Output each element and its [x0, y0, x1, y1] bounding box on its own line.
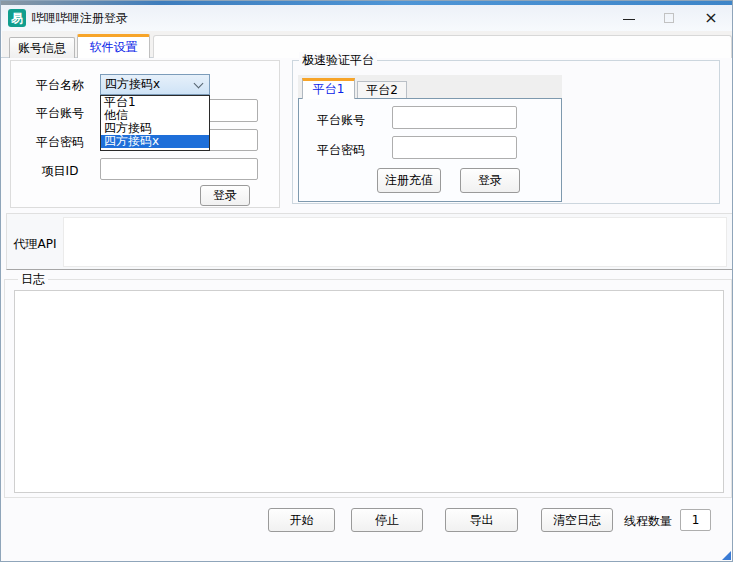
export-button[interactable]: 导出 [445, 508, 518, 532]
app-window: 易 哔哩哔哩注册登录 × 账号信息 软件设置 平台名称 四方接码x 平台1 他信… [0, 0, 733, 562]
proxy-api-input[interactable] [63, 217, 727, 267]
platform-dropdown-list: 平台1 他信 四方接码 四方接码x [100, 95, 210, 151]
software-settings-page: 平台名称 四方接码x 平台1 他信 四方接码 四方接码x 平台账号 平台密码 项… [2, 58, 733, 562]
close-icon: × [704, 10, 717, 26]
dropdown-option[interactable]: 四方接码 [101, 122, 209, 135]
dropdown-option[interactable]: 他信 [101, 109, 209, 122]
stop-button[interactable]: 停止 [351, 508, 423, 532]
start-button[interactable]: 开始 [268, 508, 335, 532]
tab-header-filler [153, 35, 732, 58]
dropdown-option[interactable]: 平台1 [101, 96, 209, 109]
verify-account-input[interactable] [392, 106, 517, 129]
platform-account-label: 平台账号 [21, 105, 99, 122]
app-icon: 易 [8, 9, 26, 27]
proxy-api-row: 代理API [6, 213, 733, 270]
maximize-button[interactable] [652, 5, 686, 31]
tab-software-settings[interactable]: 软件设置 [77, 34, 150, 58]
window-title: 哔哩哔哩注册登录 [32, 10, 128, 27]
chevron-down-icon [194, 79, 204, 89]
log-group-title: 日志 [18, 271, 48, 288]
log-list[interactable] [14, 290, 724, 493]
verify-login-button[interactable]: 登录 [460, 168, 520, 193]
verify-password-label: 平台密码 [311, 142, 371, 159]
close-button[interactable]: × [694, 5, 728, 31]
platform-password-label: 平台密码 [21, 134, 99, 151]
tab-platform2[interactable]: 平台2 [357, 81, 407, 99]
log-groupbox [4, 279, 732, 498]
maximize-icon [664, 13, 674, 23]
platform-name-combobox[interactable]: 四方接码x [100, 74, 210, 95]
resize-grip[interactable] [722, 551, 731, 560]
thread-count-input[interactable] [680, 509, 711, 531]
verify-tabpage: 平台账号 平台密码 注册充值 登录 [298, 98, 562, 202]
proxy-api-label: 代理API [9, 236, 61, 253]
minimize-icon [623, 19, 635, 20]
thread-count-label: 线程数量 [619, 513, 677, 530]
verify-group-title: 极速验证平台 [299, 52, 377, 69]
dropdown-option-selected[interactable]: 四方接码x [101, 135, 209, 148]
minimize-button[interactable] [612, 5, 646, 31]
verify-password-input[interactable] [392, 136, 517, 159]
platform-panel: 平台名称 四方接码x 平台1 他信 四方接码 四方接码x 平台账号 平台密码 项… [10, 60, 280, 208]
login-button[interactable]: 登录 [200, 185, 250, 206]
tab-platform1[interactable]: 平台1 [302, 78, 355, 99]
project-id-input[interactable] [100, 158, 258, 180]
platform-name-label: 平台名称 [21, 77, 99, 94]
register-recharge-button[interactable]: 注册充值 [377, 168, 441, 193]
tab-account-info[interactable]: 账号信息 [9, 37, 75, 58]
project-id-label: 项目ID [21, 163, 99, 180]
verify-account-label: 平台账号 [311, 112, 371, 129]
clear-log-button[interactable]: 清空日志 [541, 508, 613, 532]
combobox-value: 四方接码x [105, 77, 160, 91]
titlebar: 易 哔哩哔哩注册登录 × [1, 5, 732, 31]
